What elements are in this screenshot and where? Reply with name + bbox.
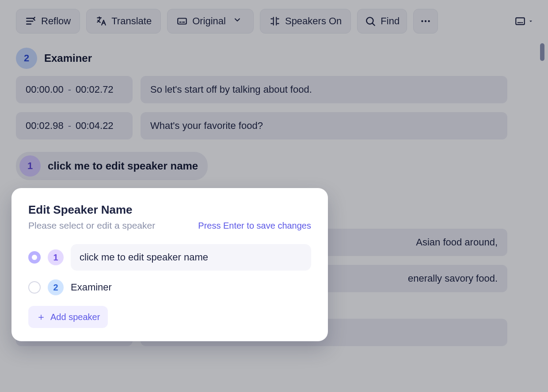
reflow-label: Reflow — [41, 15, 71, 27]
time-dash: - — [68, 120, 71, 132]
reflow-button[interactable]: Reflow — [16, 9, 80, 34]
speaker-name-input[interactable] — [71, 244, 311, 271]
plus-icon: ＋ — [36, 312, 46, 322]
speaker-tag-1: 1 — [48, 249, 64, 265]
translate-icon — [95, 15, 107, 27]
speaker-badge-2: 2 — [16, 48, 37, 69]
translate-label: Translate — [111, 15, 152, 27]
radio-unselected[interactable] — [28, 281, 41, 294]
app-root: { "toolbar": { "reflow": "Reflow", "tran… — [0, 0, 548, 392]
edit-speaker-popover: Edit Speaker Name Please select or edit … — [11, 188, 328, 341]
speaker-option-2[interactable]: 2 Examiner — [28, 275, 311, 300]
layout-icon — [514, 15, 534, 27]
find-label: Find — [381, 15, 400, 27]
speaker-name-label: Examiner — [44, 52, 92, 64]
chevron-down-icon — [233, 15, 244, 27]
speaker-option-label: Examiner — [71, 282, 112, 293]
original-label: Original — [192, 15, 226, 27]
toolbar: Reflow Translate Original Speakers On — [0, 0, 548, 40]
speaker-header-editable[interactable]: 1 click me to edit speaker name — [16, 152, 208, 180]
popover-hint: Press Enter to save changes — [198, 221, 311, 231]
speakers-icon — [269, 15, 281, 27]
svg-rect-0 — [178, 19, 186, 24]
speaker-tag-2: 2 — [48, 279, 64, 295]
svg-point-1 — [367, 17, 373, 24]
svg-point-4 — [428, 20, 430, 22]
popover-title: Edit Speaker Name — [28, 203, 311, 217]
time-range[interactable]: 00:00.00 - 00:02.72 — [16, 76, 133, 103]
svg-point-2 — [421, 20, 423, 22]
reflow-icon — [25, 15, 37, 27]
transcript-line: 00:00.00 - 00:02.72 So let's start off b… — [16, 76, 537, 103]
speaker-badge-1: 1 — [19, 155, 41, 177]
speakers-label: Speakers On — [285, 15, 342, 27]
add-speaker-label: Add speaker — [50, 312, 100, 322]
time-dash: - — [68, 84, 71, 95]
time-start: 00:00.00 — [26, 84, 64, 95]
time-range[interactable]: 00:02.98 - 00:04.22 — [16, 112, 133, 139]
search-icon — [365, 15, 376, 27]
speakers-toggle-button[interactable]: Speakers On — [260, 9, 351, 34]
original-dropdown-button[interactable]: Original — [167, 9, 254, 34]
find-button[interactable]: Find — [357, 9, 407, 34]
svg-point-3 — [425, 20, 426, 22]
popover-subtitle: Please select or edit a speaker — [28, 220, 155, 231]
time-end: 00:02.72 — [76, 84, 114, 95]
time-start: 00:02.98 — [26, 120, 64, 132]
radio-selected[interactable] — [28, 251, 41, 264]
popover-sub-row: Please select or edit a speaker Press En… — [28, 220, 311, 231]
more-button[interactable] — [413, 9, 438, 34]
transcript-text[interactable]: What's your favorite food? — [141, 112, 507, 139]
add-speaker-button[interactable]: ＋ Add speaker — [28, 306, 108, 328]
scrollbar-thumb[interactable] — [540, 43, 544, 61]
svg-rect-5 — [516, 18, 525, 24]
time-end: 00:04.22 — [76, 120, 114, 132]
speaker-name-label: click me to edit speaker name — [48, 160, 198, 172]
speaker-header-examiner[interactable]: 2 Examiner — [16, 43, 537, 76]
caption-icon — [176, 15, 188, 27]
translate-button[interactable]: Translate — [86, 9, 161, 34]
transcript-line: 00:02.98 - 00:04.22 What's your favorite… — [16, 112, 537, 139]
more-horizontal-icon — [420, 15, 431, 27]
transcript-text[interactable]: So let's start off by talking about food… — [141, 76, 507, 103]
layout-dropdown-button[interactable] — [512, 9, 537, 34]
speaker-option-1[interactable]: 1 — [28, 240, 311, 275]
